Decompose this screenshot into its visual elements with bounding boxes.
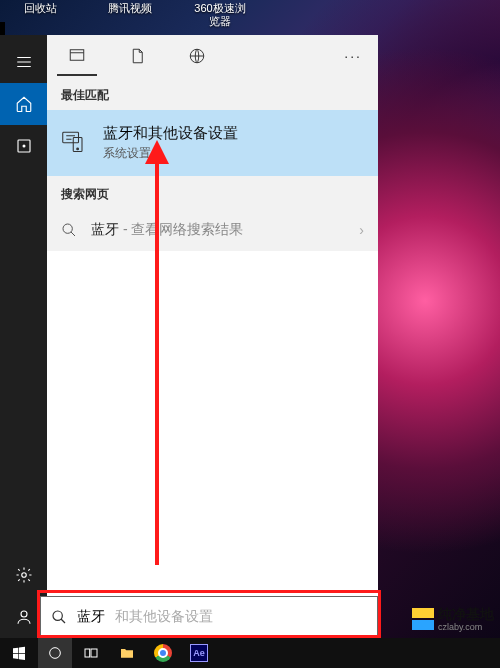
web-result-text: 蓝牙 - 查看网络搜索结果 [91, 221, 243, 239]
settings-button[interactable] [0, 554, 47, 596]
svg-point-10 [53, 611, 62, 620]
web-search-result[interactable]: 蓝牙 - 查看网络搜索结果 › [47, 209, 378, 251]
search-results-body: ··· 最佳匹配 蓝牙和其他设备设置 系统设置 搜索网页 蓝牙 - 查看网络搜索… [47, 35, 378, 638]
web-hint: - 查看网络搜索结果 [119, 221, 243, 237]
watermark: 纯净基地 czlaby.com [412, 606, 494, 632]
svg-point-2 [21, 573, 26, 578]
taskview-icon [83, 645, 99, 661]
svg-rect-13 [91, 649, 97, 657]
watermark-glyph [412, 608, 434, 630]
svg-point-1 [22, 145, 25, 148]
folder-icon [119, 645, 135, 661]
desktop-icon-tencent[interactable]: 腾讯视频 [100, 2, 160, 28]
search-typed-text: 蓝牙 [77, 608, 105, 626]
chrome-button[interactable] [146, 638, 180, 668]
start-button[interactable] [2, 638, 36, 668]
best-match-query: 蓝牙 [103, 124, 133, 141]
home-icon [15, 95, 33, 113]
desktop-icons-row: 回收站 腾讯视频 360极速浏览器 [0, 0, 500, 30]
watermark-brand: 纯净基地 [438, 606, 494, 622]
tab-web[interactable] [177, 36, 217, 76]
search-icon [61, 222, 77, 238]
document-icon [128, 47, 146, 65]
cortana-button[interactable] [38, 638, 72, 668]
desktop-icon-recycle[interactable]: 回收站 [10, 2, 70, 28]
search-rail [0, 35, 47, 638]
svg-point-3 [21, 611, 27, 617]
annotation-arrow-stem [155, 160, 159, 565]
explorer-button[interactable] [110, 638, 144, 668]
devices-settings-icon [61, 127, 89, 159]
chevron-right-icon: › [359, 222, 364, 238]
feedback-icon [15, 608, 33, 626]
apps-button[interactable] [0, 125, 47, 167]
tab-more[interactable]: ··· [338, 42, 368, 70]
desktop-icon-360[interactable]: 360极速浏览器 [190, 2, 250, 28]
tab-documents[interactable] [117, 36, 157, 76]
taskview-button[interactable] [74, 638, 108, 668]
search-ghost-text: 和其他设备设置 [115, 608, 213, 626]
web-query: 蓝牙 [91, 221, 119, 237]
section-best-match: 最佳匹配 [47, 77, 378, 110]
cortana-icon [47, 645, 63, 661]
hamburger-icon [15, 53, 33, 71]
all-icon [68, 46, 86, 64]
taskbar: Ae [0, 638, 500, 668]
section-search-web: 搜索网页 [47, 176, 378, 209]
start-search-panel: ··· 最佳匹配 蓝牙和其他设备设置 系统设置 搜索网页 蓝牙 - 查看网络搜索… [0, 35, 378, 638]
best-match-suffix: 和其他设备设置 [133, 124, 238, 141]
svg-point-9 [63, 224, 72, 233]
svg-rect-4 [70, 50, 84, 61]
filter-tabs: ··· [47, 35, 378, 77]
windows-icon [11, 645, 27, 661]
home-button[interactable] [0, 83, 47, 125]
svg-point-11 [50, 648, 61, 659]
tab-all[interactable] [57, 36, 97, 76]
aftereffects-icon: Ae [190, 644, 208, 662]
svg-rect-12 [85, 649, 90, 657]
best-match-title: 蓝牙和其他设备设置 [103, 124, 238, 143]
watermark-url: czlaby.com [438, 622, 494, 632]
aftereffects-button[interactable]: Ae [182, 638, 216, 668]
chrome-icon [154, 644, 172, 662]
results-empty-area [47, 251, 378, 638]
best-match-sub: 系统设置 [103, 145, 238, 162]
hamburger-button[interactable] [0, 41, 47, 83]
search-input-box[interactable]: 蓝牙和其他设备设置 [40, 596, 378, 638]
gear-icon [15, 566, 33, 584]
svg-point-8 [77, 148, 79, 150]
globe-icon [188, 47, 206, 65]
search-icon [51, 609, 67, 625]
best-match-result[interactable]: 蓝牙和其他设备设置 系统设置 [47, 110, 378, 176]
apps-icon [15, 137, 33, 155]
